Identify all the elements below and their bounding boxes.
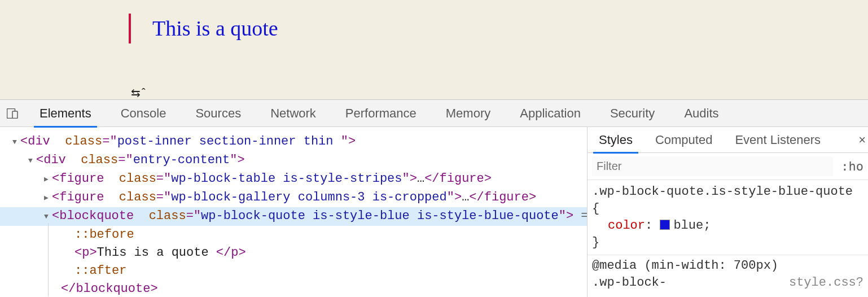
media-query-text: @media (min-width: 700px) [592,257,778,274]
media-selector-partial: .wp-block- [592,274,667,291]
devtools-tab-security[interactable]: Security [595,100,669,127]
svg-rect-1 [12,111,17,119]
color-swatch[interactable] [660,220,670,230]
close-brace: } [592,235,599,250]
quote-text: This is a quote [152,16,278,40]
open-brace: { [592,202,599,216]
devtools-tab-console[interactable]: Console [106,100,181,127]
dom-line[interactable]: ::after [0,262,587,280]
dom-line[interactable]: ▼<blockquote class="wp-block-quote is-st… [0,207,587,226]
dom-line[interactable]: ▶<figure class="wp-block-table is-style-… [0,170,587,189]
styles-tab-computed[interactable]: Computed [644,127,724,153]
devtools-tab-audits[interactable]: Audits [669,100,733,127]
twisty-icon[interactable]: ▼ [12,133,20,151]
css-property-value[interactable]: blue [673,219,703,233]
dom-line[interactable]: </blockquote> [0,280,587,297]
styles-filter-input[interactable] [592,156,833,176]
devtools-tab-elements[interactable]: Elements [25,100,106,127]
styles-tab-event-listeners[interactable]: Event Listeners [724,127,832,153]
dom-line[interactable]: ▼<div class="post-inner section-inner th… [0,133,587,151]
close-icon[interactable]: × [858,133,866,147]
dom-line[interactable]: ::before [0,226,587,244]
css-rule-block[interactable]: .wp-block-quote.is-style-blue-quote { co… [588,180,868,255]
page-preview: This is a quote ⇆ˆ [0,0,868,99]
devtools-tab-network[interactable]: Network [256,100,331,127]
devtools-tab-performance[interactable]: Performance [331,100,431,127]
styles-tab-styles[interactable]: Styles [588,127,644,153]
css-selector: .wp-block-quote.is-style-blue-quote [592,185,853,199]
devtools-tab-bar: ElementsConsoleSourcesNetworkPerformance… [0,100,868,127]
twisty-icon[interactable]: ▶ [44,171,52,189]
devtools: ElementsConsoleSourcesNetworkPerformance… [0,99,868,297]
dom-line[interactable]: ▶<figure class="wp-block-gallery columns… [0,189,587,207]
css-property-name[interactable]: color [592,219,645,233]
devtools-tab-memory[interactable]: Memory [431,100,505,127]
twisty-icon[interactable]: ▼ [28,152,36,170]
media-query-block[interactable]: @media (min-width: 700px) [588,255,868,274]
media-rule-row[interactable]: .wp-block- style.css? [588,274,868,291]
dom-line[interactable]: <p>This is a quote </p> [0,244,587,262]
editor-toolbar-icon: ⇆ˆ [131,86,147,99]
devtools-tab-sources[interactable]: Sources [181,100,256,127]
styles-filter-row: :ho [588,153,868,180]
twisty-icon[interactable]: ▶ [44,189,52,207]
dom-line[interactable]: ▼<div class="entry-content"> [0,151,587,170]
styles-tab-bar: StylesComputedEvent Listeners × [588,127,868,153]
rendered-blockquote: This is a quote [129,14,868,43]
dom-tree-pane[interactable]: ▼<div class="post-inner section-inner th… [0,127,588,297]
stylesheet-source[interactable]: style.css? [789,274,863,291]
devtools-tab-application[interactable]: Application [505,100,595,127]
toggle-hover-states[interactable]: :ho [833,159,863,173]
styles-sidebar: StylesComputedEvent Listeners × :ho .wp-… [588,127,868,297]
device-toolbar-icon[interactable] [0,108,25,119]
